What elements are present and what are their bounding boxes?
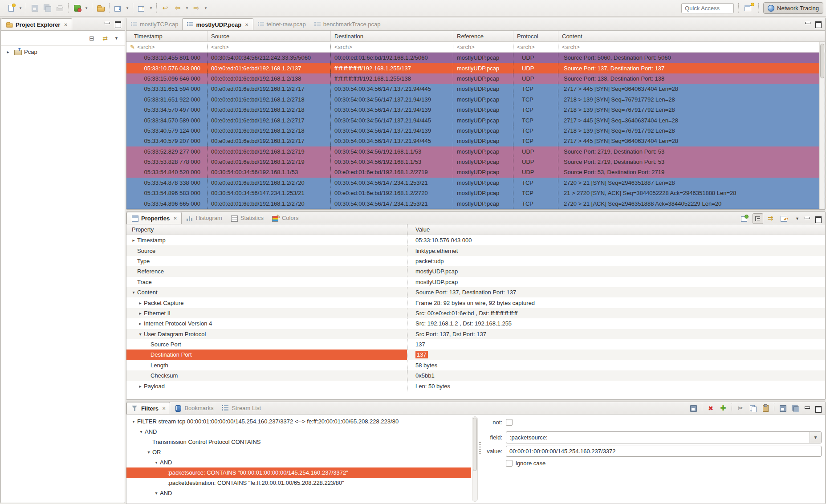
packet-source[interactable]: 00:30:54:00:34:56/212.242.33.35/5060 <box>208 53 331 63</box>
packet-content[interactable]: Source Port: 2719, Destination Port: 53 <box>558 157 825 167</box>
tab-histogram[interactable]: Histogram <box>182 212 226 224</box>
packet-reference[interactable]: mostlyUDP.pcap <box>453 198 513 208</box>
minimize-icon[interactable] <box>104 21 110 27</box>
export-button[interactable] <box>136 3 147 13</box>
packet-content[interactable]: 2720 > 21 [SYN] Seq=2946351887 Len=28 <box>558 178 825 188</box>
packet-content[interactable]: 2718 > 139 [SYN] Seq=767917792 Len=28 <box>558 105 825 115</box>
column-header-protocol[interactable]: Protocol <box>513 31 558 41</box>
tab-statistics[interactable]: Statistics <box>226 212 268 224</box>
scrollbar-thumb[interactable] <box>473 418 477 471</box>
packet-protocol[interactable]: UDP <box>513 73 558 84</box>
packet-row[interactable]: 05:33:10.455 801 000 00:30:54:00:34:56/2… <box>126 53 825 63</box>
packet-row[interactable]: 05:33:54.896 665 000 00:e0:ed:01:6e:bd/1… <box>126 198 825 208</box>
packet-protocol[interactable]: TCP <box>513 136 558 146</box>
close-icon[interactable]: ✕ <box>245 22 248 27</box>
property-row[interactable]: ▾ User Datagram Protocol Src Port: 137, … <box>126 329 825 339</box>
packet-source[interactable]: 00:e0:ed:01:6e:bd/192.168.1.2/2718 <box>208 126 331 136</box>
open-perspective-button[interactable] <box>743 3 754 13</box>
property-row[interactable]: Trace mostlyUDP.pcap <box>126 277 825 287</box>
packet-content[interactable]: Source Port: 2719, Destination Port: 53 <box>558 146 825 157</box>
maximize-icon[interactable] <box>815 216 822 222</box>
packet-destination[interactable]: 00:30:54:00:34:56/147.234.1.253/21 <box>331 198 453 208</box>
packet-protocol[interactable]: TCP <box>513 188 558 198</box>
packet-protocol[interactable]: TCP <box>513 105 558 115</box>
record-button[interactable] <box>72 3 82 13</box>
sort-icon[interactable] <box>768 215 776 223</box>
column-header-content[interactable]: Content <box>558 31 825 41</box>
property-row[interactable]: Reference mostlyUDP.pcap <box>126 266 825 276</box>
filter-tree-row[interactable]: ▾ AND <box>126 457 471 467</box>
expand-arrow-icon[interactable]: ▾ <box>153 460 160 465</box>
packet-row[interactable]: 05:33:40.579 124 000 00:e0:ed:01:6e:bd/1… <box>126 126 825 136</box>
tab-colors[interactable]: Colors <box>268 212 303 224</box>
filter-tree-row[interactable]: ▾ OR <box>126 447 471 457</box>
pin-view-icon[interactable] <box>740 215 748 223</box>
packet-destination[interactable]: 00:e0:ed:01:6e:bd/192.168.1.2/2719 <box>331 167 453 177</box>
packet-source[interactable]: 00:e0:ed:01:6e:bd/192.168.1.2/2719 <box>208 146 331 157</box>
record-dropdown-icon[interactable]: ▾ <box>84 6 89 10</box>
packet-protocol[interactable]: UDP <box>513 157 558 167</box>
tab-filters[interactable]: Filters ✕ <box>126 402 170 414</box>
packet-protocol[interactable]: TCP <box>513 84 558 94</box>
packet-source[interactable]: 00:30:54:00:34:56/192.168.1.1/53 <box>208 167 331 177</box>
packet-source[interactable]: 00:e0:ed:01:6e:bd/192.168.1.2/2718 <box>208 105 331 115</box>
packet-protocol[interactable]: UDP <box>513 146 558 157</box>
back-dropdown-icon[interactable]: ▾ <box>185 6 189 10</box>
packet-timestamp[interactable]: 05:33:34.570 497 000 <box>126 105 208 115</box>
packet-content[interactable]: Source Port: 53, Destination Port: 2719 <box>558 167 825 177</box>
import-filters-icon[interactable] <box>779 404 787 412</box>
property-row[interactable]: Source linktype:ethernet <box>126 245 825 256</box>
packet-content[interactable]: Source Port: 138, Destination Port: 138 <box>558 73 825 84</box>
add-filter-icon[interactable]: ✚ <box>719 404 727 412</box>
packet-destination[interactable]: 00:30:54:00:34:56/192.168.1.1/53 <box>331 157 453 167</box>
property-row[interactable]: ▸ Ethernet II Src: 00:e0:ed:01:6e:bd , D… <box>126 308 825 318</box>
property-row[interactable]: Destination Port 137 <box>126 350 825 360</box>
expand-arrow-icon[interactable]: ▾ <box>145 450 152 455</box>
property-row[interactable]: ▸ Timestamp 05:33:10.576 043 000 <box>126 235 825 245</box>
field-combobox[interactable]: :packetsource: ▼ <box>506 431 822 443</box>
export-table-icon[interactable] <box>780 215 788 223</box>
packet-protocol[interactable]: TCP <box>513 94 558 105</box>
new-trace-button[interactable] <box>6 3 16 13</box>
import-button[interactable] <box>113 3 123 13</box>
minimize-icon[interactable] <box>804 216 810 222</box>
filter-tree-scrollbar[interactable] <box>472 416 478 502</box>
packet-row[interactable]: 05:33:40.579 207 000 00:e0:ed:01:6e:bd/1… <box>126 136 825 146</box>
packet-source[interactable]: 00:e0:ed:01:6e:bd/192.168.1.2/137 <box>208 63 331 73</box>
search-cell-destination[interactable]: <srch> <box>331 42 453 52</box>
packet-reference[interactable]: mostlyUDP.pcap <box>453 188 513 198</box>
packet-reference[interactable]: mostlyUDP.pcap <box>453 63 513 73</box>
save-button[interactable] <box>29 3 40 13</box>
packet-reference[interactable]: mostlyUDP.pcap <box>453 167 513 177</box>
link-with-editor-icon[interactable]: ⇄ <box>101 34 109 42</box>
close-icon[interactable]: ✕ <box>64 22 67 27</box>
property-row[interactable]: ▸ Internet Protocol Version 4 Src: 192.1… <box>126 318 825 329</box>
packet-protocol[interactable]: TCP <box>513 198 558 208</box>
packet-destination[interactable]: 00:30:54:00:34:56/147.137.21.94/139 <box>331 105 453 115</box>
packet-reference[interactable]: mostlyUDP.pcap <box>453 105 513 115</box>
tab-mostlyudp[interactable]: mostlyUDP.pcap ✕ <box>182 18 253 30</box>
save-all-button[interactable] <box>42 3 53 13</box>
packet-row[interactable]: 05:33:34.570 589 000 00:e0:ed:01:6e:bd/1… <box>126 115 825 125</box>
packet-row[interactable]: 05:33:31.651 922 000 00:e0:ed:01:6e:bd/1… <box>126 94 825 105</box>
expand-arrow-icon[interactable]: ▾ <box>153 491 160 496</box>
packet-timestamp[interactable]: 05:33:10.576 043 000 <box>126 63 208 73</box>
tab-telnet-raw[interactable]: telnet-raw.pcap <box>253 18 310 30</box>
collapse-all-icon[interactable]: ⊟ <box>88 34 96 42</box>
packet-timestamp[interactable]: 05:33:10.455 801 000 <box>126 53 208 63</box>
expand-arrow-icon[interactable]: ▸ <box>130 238 137 243</box>
packet-destination[interactable]: 00:30:54:00:34:56/147.137.21.94/139 <box>331 126 453 136</box>
tab-benchmarktrace[interactable]: benchmarkTrace.pcap <box>310 18 385 30</box>
packet-timestamp[interactable]: 05:33:15.096 646 000 <box>126 73 208 84</box>
packet-source[interactable]: 00:e0:ed:01:6e:bd/192.168.1.2/2717 <box>208 84 331 94</box>
value-input[interactable] <box>506 446 822 457</box>
not-checkbox[interactable] <box>506 419 513 426</box>
minimize-icon[interactable] <box>804 406 810 411</box>
packet-destination[interactable]: 00:e0:ed:01:6e:bd/192.168.1.2/5060 <box>331 53 453 63</box>
packet-destination[interactable]: 00:30:54:00:34:56/147.137.21.94/139 <box>331 94 453 105</box>
packet-reference[interactable]: mostlyUDP.pcap <box>453 73 513 84</box>
view-menu-icon[interactable]: ▼ <box>114 36 118 41</box>
packet-content[interactable]: 2717 > 445 [SYN] Seq=3640637404 Len=28 <box>558 84 825 94</box>
packet-row[interactable]: 05:33:52.829 277 000 00:e0:ed:01:6e:bd/1… <box>126 146 825 157</box>
packet-protocol[interactable]: TCP <box>513 126 558 136</box>
